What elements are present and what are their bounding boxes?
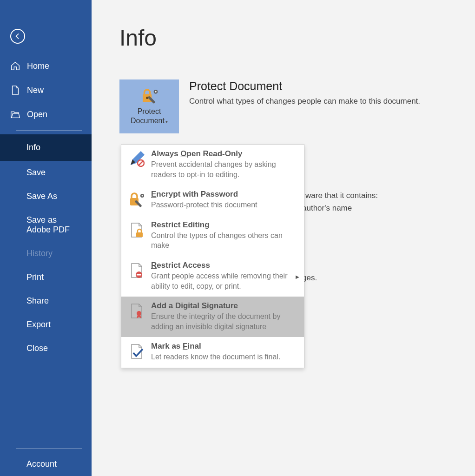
- protect-document-menu: Always Open Read-Only Prevent accidental…: [121, 144, 304, 368]
- protect-document-info: Protect Document Control what types of c…: [189, 79, 420, 106]
- lock-key-icon: [129, 192, 145, 207]
- sidebar-item-label: Print: [26, 272, 44, 282]
- menu-item-restrict-editing[interactable]: Restrict Editing Control the types of ch…: [121, 216, 304, 256]
- menu-item-title: Mark as Final: [151, 342, 297, 351]
- sidebar-item-label: Close: [26, 344, 48, 353]
- sidebar-item-share[interactable]: Share: [0, 289, 92, 313]
- lock-key-icon: [139, 87, 159, 104]
- doc-ribbon-icon: [129, 303, 145, 319]
- submenu-arrow-icon: ▶: [296, 274, 299, 279]
- background-text: ware that it contains:: [305, 191, 378, 200]
- sidebar-item-account[interactable]: Account: [0, 452, 92, 476]
- section-title: Protect Document: [189, 79, 420, 93]
- menu-item-read-only[interactable]: Always Open Read-Only Prevent accidental…: [121, 145, 304, 185]
- sidebar-item-label: Account: [26, 459, 57, 469]
- sidebar-divider: [16, 448, 82, 449]
- menu-item-desc: Grant people access while removing their…: [151, 271, 297, 291]
- sidebar-item-info[interactable]: Info: [0, 134, 92, 161]
- sidebar-item-save[interactable]: Save: [0, 161, 92, 185]
- svg-point-10: [142, 195, 143, 197]
- menu-item-desc: Ensure the integrity of the document by …: [151, 311, 297, 331]
- sidebar-item-new[interactable]: New: [0, 78, 92, 102]
- menu-item-title: Always Open Read-Only: [151, 149, 297, 159]
- sidebar-item-print[interactable]: Print: [0, 265, 92, 289]
- menu-item-digital-signature[interactable]: Add a Digital Signature Ensure the integ…: [121, 297, 304, 337]
- menu-item-desc: Prevent accidental changes by asking rea…: [151, 159, 297, 179]
- sidebar-item-history: History: [0, 242, 92, 265]
- sidebar-item-save-adobe[interactable]: Save as Adobe PDF: [0, 208, 92, 242]
- sidebar-item-label: Save as Adobe PDF: [26, 215, 81, 235]
- svg-line-6: [139, 161, 143, 165]
- doc-lock-icon: [129, 222, 145, 238]
- sidebar-item-open[interactable]: Open: [0, 102, 92, 126]
- sidebar-divider: [16, 130, 82, 131]
- protect-document-button[interactable]: Protect Document▾: [119, 79, 179, 133]
- folder-open-icon: [10, 109, 20, 119]
- sidebar-item-label: New: [27, 86, 44, 95]
- section-desc: Control what types of changes people can…: [189, 97, 420, 106]
- new-doc-icon: [10, 85, 20, 95]
- menu-item-mark-final[interactable]: Mark as Final Let readers know the docum…: [121, 337, 304, 368]
- menu-item-title: Encrypt with Password: [151, 190, 297, 199]
- sidebar-item-label: Info: [26, 143, 40, 152]
- sidebar-item-label: Save: [26, 168, 46, 178]
- sidebar-item-label: Share: [26, 296, 49, 306]
- sidebar-item-label: Open: [27, 110, 47, 119]
- doc-restrict-icon: [129, 263, 145, 278]
- menu-item-title: Restrict Editing: [151, 220, 297, 230]
- svg-rect-11: [136, 232, 143, 237]
- home-icon: [10, 61, 20, 71]
- sidebar-item-label: History: [26, 249, 53, 258]
- back-button[interactable]: [10, 29, 25, 44]
- backstage-sidebar: Home New Open Info Save Save As Save as …: [0, 0, 92, 476]
- sidebar-item-label: Export: [26, 320, 51, 330]
- sidebar-item-label: Save As: [26, 192, 57, 201]
- svg-point-4: [155, 91, 157, 93]
- pencil-readonly-icon: [129, 151, 145, 167]
- protect-document-row: Protect Document▾ Protect Document Contr…: [119, 79, 475, 133]
- background-text: author's name: [302, 204, 352, 213]
- menu-item-desc: Control the types of changes others can …: [151, 231, 297, 251]
- page-title: Info: [119, 25, 475, 51]
- sidebar-item-export[interactable]: Export: [0, 313, 92, 337]
- sidebar-item-label: Home: [27, 61, 49, 71]
- menu-item-desc: Password-protect this document: [151, 200, 297, 210]
- sidebar-item-close[interactable]: Close: [0, 337, 92, 360]
- menu-item-restrict-access[interactable]: Restrict Access Grant people access whil…: [121, 256, 304, 297]
- menu-item-title: Restrict Access: [151, 261, 297, 270]
- tile-label: Protect Document▾: [131, 107, 168, 126]
- doc-check-icon: [129, 344, 145, 359]
- menu-item-encrypt[interactable]: Encrypt with Password Password-protect t…: [121, 185, 304, 216]
- menu-item-title: Add a Digital Signature: [151, 301, 297, 311]
- arrow-left-icon: [14, 33, 21, 40]
- sidebar-item-save-as[interactable]: Save As: [0, 185, 92, 208]
- menu-item-desc: Let readers know the document is final.: [151, 352, 297, 362]
- sidebar-item-home[interactable]: Home: [0, 54, 92, 78]
- svg-rect-13: [137, 274, 141, 275]
